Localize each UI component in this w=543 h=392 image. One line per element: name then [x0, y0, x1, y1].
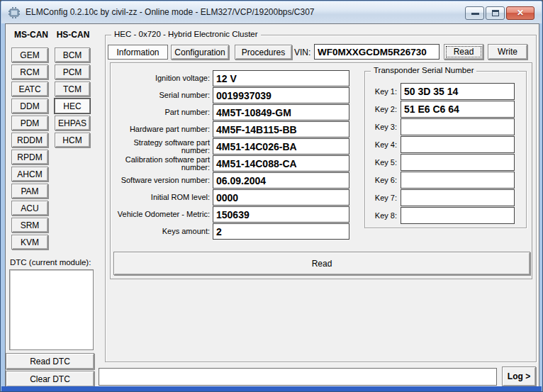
field-row: Part number:4M5T-10849-GM: [112, 104, 349, 121]
hs-can-button-column: BCMPCMTCMHECEHPASHCM: [55, 47, 90, 150]
vin-read-button[interactable]: Read: [444, 44, 483, 60]
module-button-hec[interactable]: HEC: [55, 99, 90, 113]
key-row: Key 5:: [365, 154, 526, 171]
key-row: Key 8:: [365, 207, 526, 224]
field-row: Hardware part number:4M5F-14B115-BB: [112, 121, 349, 138]
field-row: Strategy software part number:4M51-14C02…: [112, 138, 349, 155]
field-value[interactable]: 150639: [213, 206, 349, 223]
field-row: Serial number:0019937039: [112, 87, 349, 103]
field-label: Calibration software part number:: [112, 155, 213, 172]
vin-label: VIN:: [294, 47, 310, 57]
key-label: Key 1:: [365, 83, 401, 100]
field-label: Keys amount:: [112, 223, 213, 240]
field-value[interactable]: 4M5T-10849-GM: [213, 104, 349, 121]
key-value[interactable]: [401, 172, 515, 189]
module-button-bcm[interactable]: BCM: [55, 47, 90, 62]
module-button-eatc[interactable]: EATC: [11, 82, 48, 96]
key-label: Key 2:: [365, 101, 401, 118]
minimize-button[interactable]: [465, 6, 484, 20]
field-row: Vehicle Odometer - Metric:150639: [112, 206, 349, 223]
module-button-hcm[interactable]: HCM: [55, 133, 90, 147]
key-value[interactable]: 50 3D 35 14: [401, 83, 515, 100]
client-area: MS-CAN HS-CAN GEMRCMEATCDDMPDMRDDMRPDMAH…: [5, 23, 539, 387]
field-label: Strategy software part number:: [112, 138, 213, 155]
maximize-icon: [492, 10, 499, 16]
field-label: Hardware part number:: [112, 121, 213, 138]
module-info-fields: Ignition voltage:12 VSerial number:00199…: [112, 70, 349, 240]
window-title: ELMConfig 0.2.10c by civil-zz - Online m…: [26, 7, 315, 17]
module-button-acu[interactable]: ACU: [11, 201, 48, 215]
maximize-button[interactable]: [486, 6, 505, 20]
minimize-icon: [471, 13, 479, 15]
module-button-ehpas[interactable]: EHPAS: [55, 116, 90, 130]
read-module-button[interactable]: Read: [113, 252, 530, 275]
vin-write-button[interactable]: Write: [488, 44, 527, 60]
key-label: Key 4:: [365, 136, 401, 153]
field-value[interactable]: 4M5F-14B115-BB: [213, 121, 349, 138]
field-label: Initial ROM level:: [112, 189, 213, 206]
module-button-rcm[interactable]: RCM: [11, 65, 48, 79]
close-icon: ✕: [507, 7, 534, 19]
module-button-pdm[interactable]: PDM: [11, 116, 48, 130]
field-row: Keys amount:2: [112, 223, 349, 240]
module-button-ahcm[interactable]: AHCM: [11, 167, 48, 181]
key-value[interactable]: [401, 154, 515, 171]
key-label: Key 3:: [365, 118, 401, 135]
key-label: Key 6:: [365, 172, 401, 189]
dtc-listbox[interactable]: [9, 269, 94, 350]
tab-information[interactable]: Information: [108, 45, 168, 60]
field-value[interactable]: 4M51-14C088-CA: [213, 155, 349, 172]
module-button-ddm[interactable]: DDM: [11, 99, 48, 113]
tab-configuration[interactable]: Configuration: [171, 45, 229, 60]
key-value[interactable]: [401, 136, 515, 153]
key-row: Key 2:51 E6 C6 64: [365, 101, 526, 118]
field-value[interactable]: 0000: [213, 189, 349, 206]
field-value[interactable]: 12 V: [213, 70, 349, 86]
key-value[interactable]: [401, 207, 515, 224]
module-button-srm[interactable]: SRM: [11, 218, 48, 233]
field-value[interactable]: 0019937039: [213, 87, 349, 103]
vin-input[interactable]: [314, 44, 440, 60]
key-value[interactable]: [401, 118, 515, 135]
log-button[interactable]: Log >: [502, 366, 536, 386]
module-button-rpdm[interactable]: RPDM: [11, 150, 48, 164]
key-row: Key 7:: [365, 189, 526, 206]
field-label: Vehicle Odometer - Metric:: [112, 206, 213, 223]
hs-can-header: HS-CAN: [55, 30, 91, 40]
key-row: Key 4:: [365, 136, 526, 153]
module-group-title: HEC - 0x720 - Hybrid Electronic Cluster: [111, 30, 261, 38]
module-button-kvm[interactable]: KVM: [11, 235, 48, 250]
field-value[interactable]: 06.09.2004: [213, 172, 349, 189]
key-value[interactable]: [401, 189, 515, 206]
log-input[interactable]: [99, 368, 497, 386]
app-icon: [8, 6, 21, 19]
field-row: Ignition voltage:12 V: [112, 70, 349, 86]
module-button-rddm[interactable]: RDDM: [11, 133, 48, 147]
ms-can-button-column: GEMRCMEATCDDMPDMRDDMRPDMAHCMPAMACUSRMKVM: [11, 47, 48, 252]
clear-dtc-button[interactable]: Clear DTC: [6, 371, 94, 387]
read-dtc-button[interactable]: Read DTC: [6, 353, 94, 369]
transponder-groupbox: Transponder Serial Number Key 1:50 3D 35…: [364, 71, 527, 228]
close-button[interactable]: ✕: [506, 6, 534, 20]
field-value[interactable]: 2: [213, 223, 349, 240]
module-button-tcm[interactable]: TCM: [55, 82, 90, 96]
key-row: Key 1:50 3D 35 14: [365, 83, 526, 100]
app-window: ELMConfig 0.2.10c by civil-zz - Online m…: [0, 0, 543, 392]
field-label: Serial number:: [112, 87, 213, 103]
field-row: Initial ROM level:0000: [112, 189, 349, 206]
module-groupbox: HEC - 0x720 - Hybrid Electronic Cluster …: [105, 35, 537, 362]
module-button-gem[interactable]: GEM: [11, 47, 48, 62]
key-label: Key 7:: [365, 189, 401, 206]
module-button-pcm[interactable]: PCM: [55, 65, 90, 79]
key-row: Key 6:: [365, 172, 526, 189]
module-button-pam[interactable]: PAM: [11, 184, 48, 198]
tab-procedures[interactable]: Procedures: [235, 45, 292, 60]
key-label: Key 5:: [365, 154, 401, 171]
key-value[interactable]: 51 E6 C6 64: [401, 101, 515, 118]
titlebar[interactable]: ELMConfig 0.2.10c by civil-zz - Online m…: [1, 1, 542, 23]
field-label: Part number:: [112, 104, 213, 121]
field-value[interactable]: 4M51-14C026-BA: [213, 138, 349, 155]
field-row: Software version number:06.09.2004: [112, 172, 349, 189]
ms-can-header: MS-CAN: [11, 30, 51, 40]
dtc-label: DTC (current module):: [10, 258, 91, 267]
